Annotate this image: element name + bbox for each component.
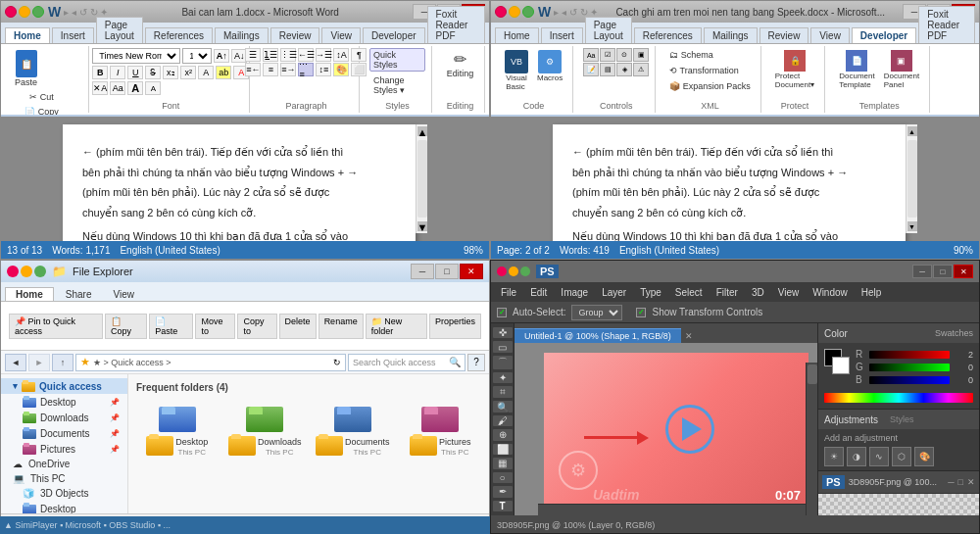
- word-tab-home-2[interactable]: Home: [495, 27, 539, 43]
- copy-to-btn[interactable]: Copy to: [237, 314, 276, 339]
- ps-transform-checkbox[interactable]: ✓: [636, 308, 646, 317]
- subscript-btn[interactable]: x₂: [163, 66, 178, 79]
- red-slider[interactable]: [869, 351, 950, 359]
- adj-exposure-btn[interactable]: ⬡: [892, 447, 911, 466]
- search-bar[interactable]: Search Quick access 🔍: [348, 354, 466, 371]
- styles-tab[interactable]: Styles: [890, 414, 914, 424]
- sidebar-item-3dobjects[interactable]: 🧊 3D Objects: [1, 486, 127, 501]
- ps-auto-select-type[interactable]: Group: [571, 305, 622, 320]
- ps-tool-gradient[interactable]: ▦: [493, 458, 513, 468]
- adj-hsl-btn[interactable]: 🎨: [914, 447, 934, 466]
- ps-tool-brush[interactable]: 🖌: [493, 415, 513, 426]
- word-tab-review-2[interactable]: Review: [760, 27, 809, 43]
- transformation-btn[interactable]: ⟲ Transformation: [665, 64, 743, 77]
- word-scrollbar-1[interactable]: ▲ ▼: [416, 124, 427, 233]
- fill-color-btn[interactable]: 🎨: [333, 63, 349, 76]
- explorer-restore-window[interactable]: □: [435, 264, 459, 279]
- multilevel-list-btn[interactable]: ⋮☰: [280, 48, 296, 62]
- copy-btn-exp[interactable]: 📋 Copy: [105, 314, 147, 339]
- scroll-up-btn[interactable]: ▲: [417, 126, 427, 136]
- ps-menu-image[interactable]: Image: [555, 286, 594, 299]
- ps-tool-rect[interactable]: ▭: [493, 341, 513, 352]
- ps-tool-wand[interactable]: ✦: [493, 372, 513, 383]
- align-right-btn[interactable]: ≡→: [280, 63, 296, 76]
- sidebar-item-quick-access[interactable]: ▾ Quick access: [1, 378, 127, 394]
- green-slider[interactable]: [869, 364, 950, 371]
- word-tab-layout-2[interactable]: Page Layout: [585, 17, 632, 43]
- explorer-minimize-btn[interactable]: [21, 266, 32, 277]
- word-scrollbar-2[interactable]: ▲ ▼: [906, 124, 917, 233]
- bg-swatch[interactable]: [832, 357, 850, 374]
- word-tab-home-1[interactable]: Home: [5, 27, 50, 43]
- ps-menu-select[interactable]: Select: [669, 286, 709, 299]
- word-tab-mail-2[interactable]: Mailings: [704, 27, 758, 43]
- ps-scrollbar-right[interactable]: [806, 363, 817, 515]
- close-btn-1[interactable]: [5, 6, 17, 18]
- clear-format-btn[interactable]: ✕A: [92, 81, 108, 95]
- change-styles-btn[interactable]: Change Styles ▾: [369, 73, 425, 97]
- ps-tool-eyedrop[interactable]: 🔍: [493, 401, 513, 412]
- scroll-thumb-2[interactable]: [907, 140, 917, 218]
- rename-btn[interactable]: Rename: [318, 314, 364, 339]
- ps-menu-filter[interactable]: Filter: [710, 286, 744, 299]
- font-size-a-small[interactable]: A: [145, 81, 161, 95]
- numbered-list-btn[interactable]: 1̲☰: [263, 48, 278, 62]
- new-folder-btn[interactable]: 📁 New folder: [366, 314, 427, 339]
- control-btn-1[interactable]: Aa: [583, 48, 599, 62]
- ps-menu-view[interactable]: View: [772, 286, 806, 299]
- scroll-up-btn-2[interactable]: ▲: [907, 126, 917, 136]
- scroll-down-btn-2[interactable]: ▼: [907, 221, 917, 231]
- blue-slider[interactable]: [869, 376, 950, 384]
- ps-tool-text[interactable]: T: [493, 501, 513, 511]
- word-tab-view-1[interactable]: View: [321, 27, 361, 43]
- maximize-btn-2[interactable]: [522, 6, 534, 18]
- document-panel-btn[interactable]: ▣ DocumentPanel: [880, 48, 923, 91]
- ps-scroll-thumb[interactable]: [808, 364, 817, 384]
- ps-tab-close[interactable]: ✕: [681, 329, 697, 343]
- control-btn-7[interactable]: ◈: [616, 63, 632, 76]
- superscript-btn[interactable]: x²: [180, 66, 196, 79]
- forward-btn[interactable]: ►: [28, 354, 50, 371]
- ps-tool-pen[interactable]: ✒: [493, 486, 513, 497]
- pin-btn[interactable]: 📌 Pin to Quick access: [9, 314, 103, 339]
- align-center-btn[interactable]: ≡: [263, 63, 278, 76]
- ps-tool-lasso[interactable]: ⌒: [493, 356, 513, 369]
- highlight-btn[interactable]: ab: [216, 66, 231, 79]
- ps-tool-dodge[interactable]: ○: [493, 472, 513, 483]
- folder-documents[interactable]: Documents This PC: [312, 399, 394, 461]
- word-tab-foxit-2[interactable]: Foxit Reader PDF: [918, 6, 975, 43]
- adjustments-tab[interactable]: Adjustments: [824, 414, 878, 425]
- address-refresh-btn[interactable]: ↻: [333, 358, 341, 367]
- explorer-minimize-window[interactable]: ─: [411, 264, 434, 279]
- adj-contrast-btn[interactable]: ◑: [847, 447, 866, 466]
- text-effect-btn[interactable]: A: [198, 66, 214, 79]
- ps-tool-crop[interactable]: ⌗: [493, 386, 513, 398]
- align-left-btn[interactable]: ≡←: [245, 63, 261, 76]
- font-name-select[interactable]: Times New Roman: [92, 48, 180, 64]
- minimize-btn-1[interactable]: [19, 6, 30, 18]
- expansion-packs-btn[interactable]: 📦 Expansion Packs: [665, 79, 755, 93]
- underline-btn[interactable]: U: [127, 66, 143, 79]
- ps-sub-window-close[interactable]: ✕: [967, 477, 975, 487]
- ps-menu-window[interactable]: Window: [807, 286, 854, 299]
- sidebar-item-downloads[interactable]: Downloads 📌: [1, 410, 127, 425]
- ps-maximize-btn[interactable]: [520, 267, 530, 276]
- paste-btn[interactable]: 📋 Paste: [11, 48, 41, 89]
- sidebar-item-thispc[interactable]: 💻 This PC: [1, 471, 127, 486]
- macros-btn[interactable]: ⚙ Macros: [533, 48, 566, 84]
- word-tab-layout-1[interactable]: Page Layout: [96, 17, 143, 43]
- up-btn[interactable]: ↑: [52, 354, 74, 371]
- font-size-select[interactable]: 18: [182, 48, 212, 64]
- word-tab-insert-2[interactable]: Insert: [541, 27, 583, 43]
- ps-menu-file[interactable]: File: [495, 286, 522, 299]
- ps-play-button[interactable]: [665, 405, 714, 454]
- folder-downloads[interactable]: Downloads This PC: [223, 399, 305, 461]
- ps-menu-edit[interactable]: Edit: [524, 286, 553, 299]
- folder-pictures[interactable]: Pictures This PC: [400, 399, 482, 461]
- style-quick-btn[interactable]: Quick Styles: [369, 48, 425, 72]
- scroll-down-btn[interactable]: ▼: [417, 221, 427, 231]
- word-tab-review-1[interactable]: Review: [270, 27, 320, 43]
- sidebar-item-pictures[interactable]: Pictures 📌: [1, 441, 127, 457]
- ps-close-window[interactable]: ✕: [954, 265, 973, 278]
- ps-tool-move[interactable]: ✜: [493, 327, 513, 338]
